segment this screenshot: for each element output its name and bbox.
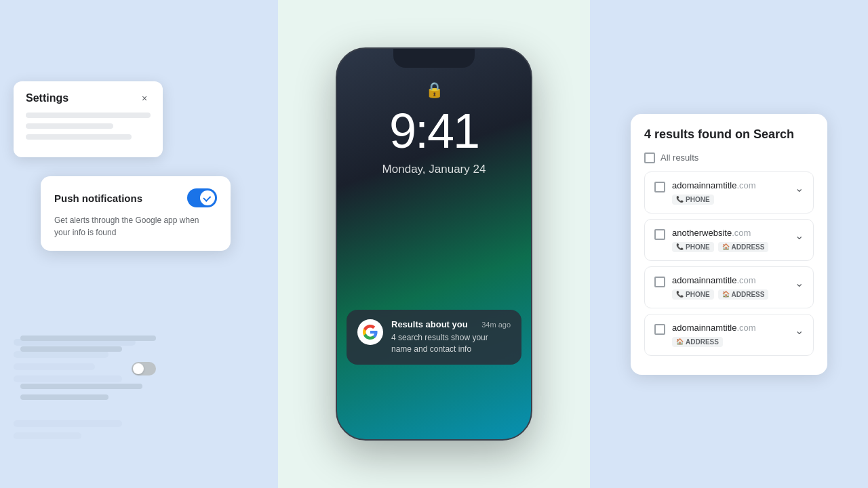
result-checkbox[interactable] [654, 229, 665, 240]
notification-title: Results about you [391, 319, 468, 329]
result-tags: 📞 PHONE [672, 195, 788, 205]
address-tag-icon: 🏠 [722, 291, 730, 298]
phone-tag: 📞 PHONE [672, 195, 714, 205]
small-toggle[interactable] [132, 362, 156, 375]
domain-ext: .com [732, 228, 751, 238]
phone-date: Monday, January 24 [337, 163, 531, 176]
settings-title-row: Settings × [26, 92, 151, 104]
result-item[interactable]: anotherwebsite.com 📞 PHONE 🏠 ADDRESS ⌄ [644, 219, 814, 261]
bottom-toggle-row [20, 362, 156, 375]
small-toggle-knob [133, 363, 144, 374]
chevron-icon[interactable]: ⌄ [795, 324, 804, 337]
domain-ext: .com [736, 275, 755, 285]
phone-tag-icon: 📞 [676, 291, 684, 298]
result-content: adomainnamtitle.com 📞 PHONE [672, 180, 788, 205]
phone-notch [393, 49, 475, 68]
phone-tag: 📞 PHONE [672, 242, 714, 252]
chevron-icon[interactable]: ⌄ [795, 277, 804, 289]
result-tags: 📞 PHONE 🏠 ADDRESS [672, 289, 788, 300]
chevron-icon[interactable]: ⌄ [795, 229, 804, 242]
phone-notification: Results about you 34m ago 4 search resul… [347, 310, 521, 365]
domain-ext: .com [736, 323, 755, 333]
left-panel: Settings × Push notifications Get alerts… [0, 0, 278, 488]
all-results-label: All results [660, 152, 698, 163]
result-item[interactable]: adomainnamtitle.com 🏠 ADDRESS ⌄ [644, 314, 814, 356]
result-checkbox[interactable] [654, 182, 665, 192]
notification-time: 34m ago [481, 321, 511, 329]
result-tags: 🏠 ADDRESS [672, 337, 788, 347]
address-tag-icon: 🏠 [722, 243, 730, 250]
result-content: anotherwebsite.com 📞 PHONE 🏠 ADDRESS [672, 228, 788, 252]
notification-content: Results about you 34m ago 4 search resul… [391, 319, 511, 355]
result-tags: 📞 PHONE 🏠 ADDRESS [672, 242, 788, 252]
push-notifications-description: Get alerts through the Google app when y… [54, 214, 217, 239]
settings-card: Settings × [14, 81, 163, 157]
phone-lock-icon: 🔒 [425, 81, 443, 99]
push-header: Push notifications [54, 188, 217, 207]
result-content: adomainnamtitle.com 🏠 ADDRESS [672, 323, 788, 347]
all-results-checkbox[interactable] [644, 152, 655, 163]
search-results-card: 4 results found on Search All results ad… [631, 114, 827, 375]
result-item[interactable]: adomainnamtitle.com 📞 PHONE ⌄ [644, 171, 814, 214]
chevron-icon[interactable]: ⌄ [795, 182, 804, 195]
phone-tag-icon: 📞 [676, 196, 684, 203]
result-checkbox[interactable] [654, 277, 665, 287]
address-tag: 🏠 ADDRESS [718, 289, 769, 300]
google-logo [357, 319, 383, 345]
result-domain: adomainnamtitle.com [672, 275, 788, 285]
phone-tag-icon: 📞 [676, 243, 684, 250]
domain-ext: .com [736, 180, 755, 190]
all-results-row[interactable]: All results [644, 152, 814, 163]
result-content: adomainnamtitle.com 📞 PHONE 🏠 ADDRESS [672, 275, 788, 300]
phone-mockup: 🔒 9:41 Monday, January 24 Results about … [336, 47, 532, 441]
settings-title: Settings [26, 92, 68, 104]
push-notifications-title: Push notifications [54, 192, 142, 204]
right-panel: 4 results found on Search All results ad… [590, 0, 868, 488]
toggle-check-icon [203, 193, 211, 201]
phone-time: 9:41 [337, 103, 531, 159]
result-domain: anotherwebsite.com [672, 228, 788, 238]
push-notifications-card: Push notifications Get alerts through th… [41, 176, 231, 251]
address-tag: 🏠 ADDRESS [718, 242, 769, 252]
phone-tag: 📞 PHONE [672, 289, 714, 300]
google-g-icon [362, 324, 378, 340]
close-button[interactable]: × [138, 92, 151, 104]
bottom-settings-area [20, 336, 156, 400]
address-tag-icon: 🏠 [676, 338, 684, 345]
result-checkbox[interactable] [654, 324, 665, 335]
notification-body: 4 search results show your name and cont… [391, 332, 511, 355]
result-item[interactable]: adomainnamtitle.com 📞 PHONE 🏠 ADDRESS ⌄ [644, 266, 814, 308]
notification-header: Results about you 34m ago [391, 319, 511, 329]
middle-panel: 🔒 9:41 Monday, January 24 Results about … [278, 0, 590, 488]
push-notifications-toggle[interactable] [187, 188, 217, 207]
bottom-setting-lines [20, 336, 156, 352]
results-title: 4 results found on Search [644, 127, 814, 142]
result-domain: adomainnamtitle.com [672, 323, 788, 333]
toggle-knob [200, 190, 215, 205]
result-domain: adomainnamtitle.com [672, 180, 788, 190]
address-tag: 🏠 ADDRESS [672, 337, 723, 347]
